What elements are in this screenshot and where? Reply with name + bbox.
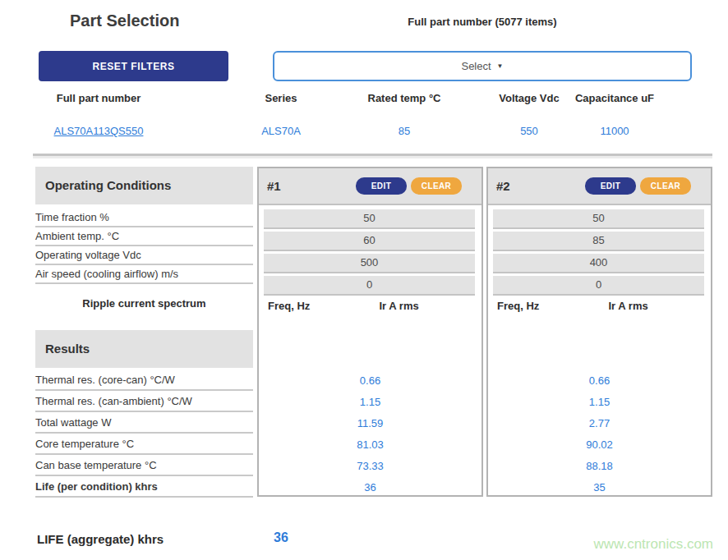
life-per-condition-value: 36	[259, 478, 481, 497]
time-fraction-value: 50	[264, 209, 475, 229]
condition-id: #2	[496, 179, 510, 193]
part-selection-page: Part Selection Full part number (5077 it…	[0, 0, 728, 560]
freq-header: Freq, Hz	[488, 300, 600, 312]
life-per-condition-value: 35	[488, 478, 711, 497]
part-count-label: Full part number (5077 items)	[273, 16, 692, 28]
ambient-temp-value: 85	[493, 232, 704, 251]
freq-header: Freq, Hz	[259, 300, 371, 312]
ambient-temp-value: 60	[264, 232, 475, 251]
label-ambient-temp: Ambient temp. °C	[35, 227, 253, 246]
condition-panel-1-header: #1 EDIT CLEAR	[259, 168, 481, 205]
edit-button[interactable]: EDIT	[356, 177, 407, 195]
col-header-series: Series	[244, 92, 318, 104]
condition-panel-1: #1 EDIT CLEAR 50 60 500 0 Freq, Hz Ir A …	[257, 167, 483, 497]
condition-results: 0.66 1.15 11.59 81.03 73.33 36	[259, 371, 481, 497]
life-aggregate-value: 36	[247, 530, 316, 545]
col-header-capacitance: Capacitance uF	[561, 92, 668, 104]
core-temperature-value: 81.03	[259, 435, 481, 457]
capacitance-value: 11000	[561, 125, 668, 137]
part-select-dropdown[interactable]: Select ▼	[273, 51, 692, 81]
edit-button[interactable]: EDIT	[585, 177, 636, 195]
clear-button[interactable]: CLEAR	[640, 177, 691, 195]
ripple-spectrum-header: Freq, Hz Ir A rms	[488, 300, 711, 312]
ripple-spectrum-header: Freq, Hz Ir A rms	[259, 300, 481, 312]
can-base-temperature-value: 88.18	[488, 457, 711, 478]
col-header-rated-temp: Rated temp °C	[343, 92, 466, 104]
thermal-res-can-ambient-value: 1.15	[259, 392, 481, 414]
operating-voltage-value: 500	[264, 254, 475, 273]
life-aggregate-label: LIFE (aggregate) khrs	[37, 532, 164, 546]
label-time-fraction: Time fraction %	[35, 208, 253, 227]
reset-filters-button[interactable]: RESET FILTERS	[39, 51, 228, 81]
total-wattage-value: 11.59	[259, 414, 481, 435]
condition-id: #1	[267, 179, 281, 193]
operating-voltage-value: 400	[493, 254, 704, 273]
series-value: ALS70A	[244, 125, 318, 137]
rated-temp-value: 85	[343, 125, 466, 137]
thermal-res-core-can-value: 0.66	[259, 371, 481, 392]
label-can-base-temperature: Can base temperature °C	[35, 457, 253, 476]
condition-panel-2: #2 EDIT CLEAR 50 85 400 0 Freq, Hz Ir A …	[486, 167, 712, 497]
ir-header: Ir A rms	[600, 300, 712, 312]
clear-button[interactable]: CLEAR	[411, 177, 462, 195]
results-title: Results	[35, 330, 253, 368]
can-base-temperature-value: 73.33	[259, 457, 481, 478]
label-life-per-condition: Life (per condition) khrs	[35, 478, 253, 498]
condition-inputs: 50 60 500 0	[259, 205, 481, 296]
label-core-temperature: Core temperature °C	[35, 435, 253, 455]
section-divider	[33, 154, 712, 158]
chevron-down-icon: ▼	[497, 63, 504, 70]
air-speed-value: 0	[264, 276, 475, 296]
label-air-speed: Air speed (cooling airflow) m/s	[35, 264, 253, 284]
thermal-res-core-can-value: 0.66	[488, 371, 711, 392]
ripple-spectrum-label: Ripple current spectrum	[35, 297, 253, 310]
condition-results: 0.66 1.15 2.77 90.02 88.18 35	[488, 371, 711, 497]
operating-conditions-title: Operating Conditions	[35, 167, 253, 204]
part-number-link[interactable]: ALS70A113QS550	[54, 125, 144, 137]
select-dropdown-label: Select	[461, 60, 491, 72]
col-header-full-part-number: Full part number	[33, 92, 164, 104]
air-speed-value: 0	[493, 276, 704, 296]
table-row: ALS70A113QS550	[33, 125, 164, 137]
label-thermal-res-core-can: Thermal res. (core-can) °C/W	[35, 371, 253, 391]
thermal-res-can-ambient-value: 1.15	[488, 392, 711, 414]
watermark: www.cntronics.com	[570, 536, 713, 553]
ir-header: Ir A rms	[371, 300, 482, 312]
label-total-wattage: Total wattage W	[35, 414, 253, 434]
page-title: Part Selection	[70, 11, 179, 30]
label-operating-voltage: Operating voltage Vdc	[35, 246, 253, 265]
total-wattage-value: 2.77	[488, 414, 711, 435]
core-temperature-value: 90.02	[488, 435, 711, 457]
label-thermal-res-can-ambient: Thermal res. (can-ambient) °C/W	[35, 392, 253, 412]
time-fraction-value: 50	[493, 209, 704, 229]
condition-panel-2-header: #2 EDIT CLEAR	[488, 168, 711, 205]
condition-inputs: 50 85 400 0	[488, 205, 711, 296]
